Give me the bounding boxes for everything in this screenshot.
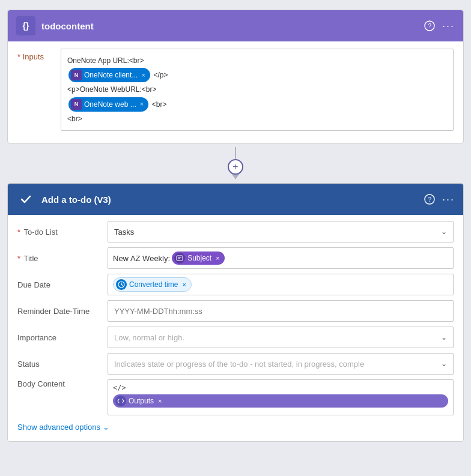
br-tag-1: <br> [152, 100, 167, 108]
body-content-label: Body Content [17, 379, 102, 388]
top-card-help-button[interactable]: ? [424, 20, 435, 31]
status-label: Status [17, 360, 102, 369]
svg-text:?: ? [428, 196, 431, 203]
top-card-icon: {} [16, 16, 35, 35]
title-field[interactable]: New AZ Weekly: Subject × [108, 247, 454, 269]
form-body: * To-do List Tasks ⌄ * Title New AZ Week… [8, 215, 463, 441]
subject-chip-label: Subject [187, 254, 211, 262]
status-placeholder: Indicates state or progress of the to-do… [114, 360, 364, 369]
status-dropdown[interactable]: Indicates state or progress of the to-do… [108, 353, 454, 375]
todo-list-dropdown[interactable]: Tasks ⌄ [108, 221, 454, 243]
body-content-field[interactable]: </> Outputs × [108, 379, 454, 415]
br-tag-2: <br> [67, 115, 82, 123]
importance-chevron-icon: ⌄ [441, 333, 447, 342]
inputs-content[interactable]: OneNote App URL:<br> N OneNote client...… [61, 49, 454, 131]
bottom-card-more-button[interactable]: ··· [442, 193, 455, 206]
top-card-title: todocontent [41, 21, 418, 31]
add-step-button[interactable]: + [228, 159, 243, 175]
todo-list-row: * To-do List Tasks ⌄ [17, 221, 454, 243]
show-advanced-button[interactable]: Show advanced options ⌄ [17, 420, 454, 434]
svg-text:?: ? [428, 23, 431, 29]
importance-dropdown[interactable]: Low, normal or high. ⌄ [108, 327, 454, 348]
connector: + [0, 143, 471, 183]
importance-label: Importance [17, 333, 102, 342]
bottom-card-icon [16, 190, 35, 209]
top-card-more-button[interactable]: ··· [442, 20, 455, 32]
subject-chip[interactable]: Subject × [172, 252, 224, 265]
onenote-web-close[interactable]: × [140, 98, 144, 110]
status-row: Status Indicates state or progress of th… [17, 353, 454, 375]
due-date-row: Due Date Converted time × [17, 274, 454, 295]
curly-braces-icon: {} [23, 21, 29, 31]
onenote-client-close[interactable]: × [141, 70, 145, 81]
reminder-input[interactable] [108, 300, 454, 322]
svg-rect-4 [177, 256, 183, 261]
inputs-label: * Inputs [17, 49, 53, 61]
show-advanced-chevron-icon: ⌄ [103, 423, 109, 432]
converted-time-chip[interactable]: Converted time × [113, 277, 192, 292]
bottom-card-actions: ? ··· [424, 193, 455, 206]
title-label: * Title [17, 254, 102, 263]
reminder-label: Reminder Date-Time [17, 307, 102, 316]
onenote-web-icon: N [71, 99, 82, 110]
bottom-card: Add a to-do (V3) ? ··· * To-do List Task… [7, 183, 464, 442]
converted-time-close[interactable]: × [182, 281, 186, 288]
top-card-body: * Inputs OneNote App URL:<br> N OneNote … [8, 41, 463, 143]
subject-chip-close[interactable]: × [216, 255, 219, 262]
outputs-chip-close[interactable]: × [158, 397, 162, 405]
bottom-card-help-button[interactable]: ? [424, 194, 435, 205]
onenote-client-chip[interactable]: N OneNote client... × [68, 68, 150, 82]
onenote-web-label: OneNote web ... [84, 98, 136, 110]
reminder-row: Reminder Date-Time [17, 300, 454, 322]
due-date-field[interactable]: Converted time × [108, 274, 454, 295]
importance-row: Importance Low, normal or high. ⌄ [17, 327, 454, 348]
connector-line-top [235, 147, 236, 159]
close-p-tag: </p> [153, 71, 168, 79]
show-advanced-label: Show advanced options [17, 423, 100, 432]
converted-time-label: Converted time [129, 280, 178, 289]
title-row: * Title New AZ Weekly: Subject × [17, 247, 454, 269]
top-card-header: {} todocontent ? ··· [8, 10, 463, 41]
todo-list-chevron-icon: ⌄ [441, 227, 447, 236]
due-date-label: Due Date [17, 280, 102, 289]
outputs-chip-icon [115, 396, 126, 406]
onenote-client-icon: N [71, 70, 82, 80]
outputs-chip-label: Outputs [129, 397, 154, 405]
subject-chip-icon [174, 253, 185, 264]
status-chevron-icon: ⌄ [441, 360, 447, 368]
todo-list-value: Tasks [114, 227, 134, 236]
p-onenote-weburl-text: <p>OneNote WebURL:<br> [67, 85, 157, 94]
clock-icon [116, 279, 127, 290]
inputs-field-row: * Inputs OneNote App URL:<br> N OneNote … [17, 49, 454, 131]
bottom-card-header: Add a to-do (V3) ? ··· [8, 184, 463, 215]
bottom-card-title: Add a to-do (V3) [41, 194, 418, 205]
body-content-row: Body Content </> Outputs × [17, 379, 454, 415]
title-prefix-text: New AZ Weekly: [113, 254, 170, 263]
top-card-actions: ? ··· [424, 20, 455, 32]
onenote-app-url-text: OneNote App URL:<br> [67, 56, 144, 65]
importance-placeholder: Low, normal or high. [114, 333, 184, 342]
svg-line-9 [121, 285, 123, 286]
todo-list-label: * To-do List [17, 227, 102, 236]
top-card: {} todocontent ? ··· * Inputs OneNote Ap… [7, 10, 464, 143]
outputs-chip[interactable]: Outputs × [113, 394, 448, 408]
onenote-client-label: OneNote client... [84, 69, 138, 81]
body-code-prefix: </> [113, 384, 448, 392]
onenote-web-chip[interactable]: N OneNote web ... × [68, 97, 148, 112]
